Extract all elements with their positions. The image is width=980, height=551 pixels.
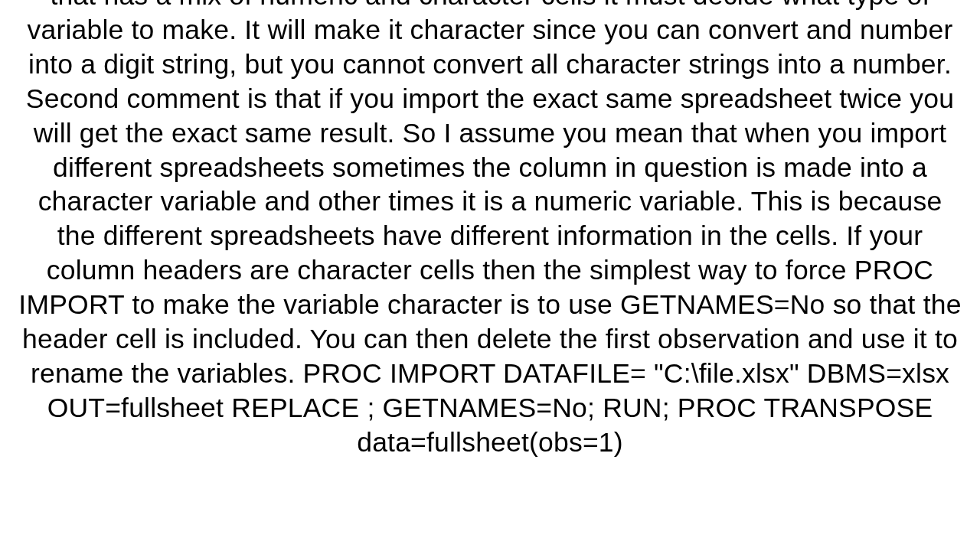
body-paragraph: that has a mix of numeric and character … — [15, 0, 965, 460]
document-page: that has a mix of numeric and character … — [0, 0, 980, 551]
